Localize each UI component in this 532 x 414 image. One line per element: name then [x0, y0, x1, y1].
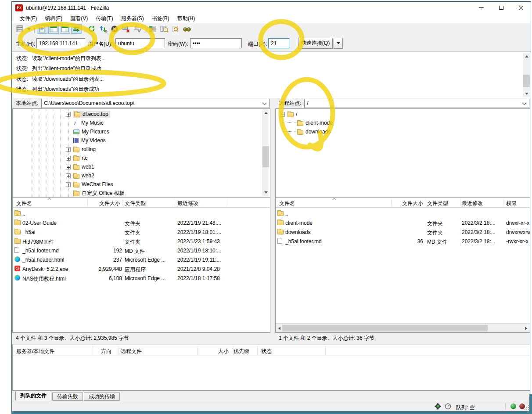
tree-item-root[interactable]: / [280, 110, 297, 119]
reconnect-icon[interactable] [132, 24, 143, 34]
tree-item-client-mode[interactable]: client-mode [297, 119, 333, 127]
collapse-icon[interactable] [280, 112, 285, 117]
file-row[interactable]: AnyDesk+5.2.2.exe2,929,448应用程序2021/12/8 … [13, 264, 270, 274]
column-filename[interactable]: 文件名 [279, 200, 295, 207]
tree-item-my-pictures[interactable]: My Pictures [73, 127, 109, 136]
column-separator[interactable] [460, 198, 460, 206]
column-direction[interactable]: 方向 [101, 348, 111, 355]
file-row-parent[interactable]: .. [276, 209, 530, 218]
file-row[interactable]: _h5ai文件夹2022/1/19 18:01:... [13, 227, 270, 237]
column-separator[interactable] [233, 346, 234, 355]
column-separator[interactable] [228, 198, 228, 206]
tree-item-my-videos[interactable]: My Videos [73, 136, 106, 145]
menu-bookmarks[interactable]: 书签(B) [148, 14, 173, 24]
scrollbar-thumb[interactable] [523, 75, 530, 87]
scroll-down-icon[interactable] [262, 189, 270, 196]
synchronized-browsing-icon[interactable] [170, 24, 181, 34]
column-status[interactable]: 状态 [261, 348, 272, 355]
remote-horizontal-scrollbar[interactable] [276, 323, 530, 332]
column-filetype[interactable]: 文件类型 [125, 200, 146, 207]
file-row[interactable]: downloads文件夹2022/3/2 18:...drwxrwxrwx [276, 227, 530, 237]
directory-comparison-icon[interactable] [159, 24, 169, 34]
menu-transfer[interactable]: 传输(T) [92, 14, 117, 24]
site-manager-dropdown-icon[interactable] [26, 24, 32, 34]
quickconnect-dropdown-button[interactable] [334, 38, 343, 49]
file-row-parent[interactable]: .. [13, 209, 270, 218]
menu-view[interactable]: 查看(V) [66, 14, 92, 24]
column-separator[interactable] [425, 198, 425, 206]
toggle-transfer-queue-icon[interactable] [71, 24, 82, 34]
menu-file[interactable]: 文件(F) [16, 14, 41, 24]
toggle-message-log-icon[interactable] [37, 24, 47, 34]
tree-item-web2[interactable]: web2 [66, 171, 94, 180]
column-separator[interactable] [391, 198, 392, 206]
column-modified[interactable]: 最近修改 [462, 200, 483, 207]
remote-path-combobox[interactable]: / [304, 99, 529, 108]
refresh-icon[interactable] [86, 24, 97, 34]
file-row[interactable]: _h5ai.footer.md192MD 文件2022/1/19 18:10:.… [13, 246, 270, 255]
site-manager-icon[interactable] [14, 24, 25, 34]
file-row[interactable]: Hi3798M固件文件夹2022/1/23 1:59:43 [13, 237, 270, 246]
column-separator[interactable] [325, 346, 326, 355]
toggle-remote-tree-icon[interactable] [60, 24, 70, 34]
settings-gear-icon[interactable] [435, 403, 441, 411]
column-separator[interactable] [174, 198, 174, 206]
file-row[interactable]: client-mode文件夹2022/3/2 18:...drwxr-xr-x [276, 218, 530, 227]
resize-grip[interactable] [528, 409, 529, 410]
tree-item-dl-ecoo-top[interactable]: dl.ecoo.top [66, 110, 110, 119]
toggle-local-tree-icon[interactable] [48, 24, 59, 34]
file-row[interactable]: NAS使用教程.html6,108Microsoft Edge ...2022/… [13, 274, 270, 283]
minimize-button[interactable] [471, 2, 491, 14]
column-priority[interactable]: 优先级 [234, 348, 249, 355]
tree-item-web1[interactable]: web1 [66, 162, 94, 171]
column-separator[interactable] [119, 346, 119, 355]
column-server-local-file[interactable]: 服务器/本地文件 [16, 348, 54, 355]
disconnect-icon[interactable] [121, 24, 131, 34]
tab-queued-files[interactable]: 列队的文件 [15, 391, 51, 401]
quickconnect-button[interactable]: 快速连接(Q) [298, 38, 333, 49]
column-separator[interactable] [93, 346, 93, 355]
filter-icon[interactable] [147, 24, 158, 34]
username-input[interactable] [115, 38, 165, 48]
column-remote-file[interactable]: 远程文件 [121, 348, 142, 355]
scroll-up-icon[interactable] [262, 109, 270, 117]
scroll-down-icon[interactable] [523, 90, 530, 97]
column-separator[interactable] [87, 198, 88, 206]
expand-icon[interactable] [66, 182, 71, 187]
tree-item-custom-office-templates[interactable]: 自定义 Office 模板 [73, 189, 125, 197]
local-tree-scrollbar[interactable] [262, 109, 270, 196]
find-files-icon[interactable] [182, 24, 192, 34]
file-row[interactable]: _h5ai.header.html237Microsoft Edge ...20… [13, 255, 270, 264]
column-filesize[interactable]: 文件大小 [391, 200, 423, 207]
file-row[interactable]: 02-User Guide文件夹2022/1/19 21:48:... [13, 218, 270, 227]
column-filesize[interactable]: 文件大小 [87, 200, 120, 207]
column-separator[interactable] [503, 198, 503, 206]
tab-failed-transfers[interactable]: 传输失败 [52, 392, 83, 401]
maximize-button[interactable] [491, 2, 511, 14]
close-button[interactable] [511, 2, 531, 14]
column-filename[interactable]: 文件名 [16, 200, 32, 207]
column-permissions[interactable]: 权限 [506, 200, 517, 207]
tree-item-wechat-files[interactable]: WeChat Files [66, 180, 113, 189]
column-separator[interactable] [197, 346, 198, 355]
tree-item-rolling[interactable]: rolling [66, 145, 96, 154]
tree-item-my-music[interactable]: My Music [73, 119, 104, 127]
menu-edit[interactable]: 编辑(E) [41, 14, 66, 24]
column-separator[interactable] [122, 198, 122, 206]
password-input[interactable] [190, 38, 242, 48]
scrollbar-thumb[interactable] [282, 325, 488, 331]
column-filetype[interactable]: 文件类型 [427, 200, 448, 207]
scroll-right-icon[interactable] [522, 324, 530, 332]
column-separator[interactable] [257, 346, 258, 355]
process-queue-icon[interactable] [98, 24, 108, 34]
pane-splitter[interactable] [271, 98, 275, 343]
expand-icon[interactable] [66, 147, 71, 152]
column-modified[interactable]: 最近修改 [177, 200, 198, 207]
expand-icon[interactable] [66, 156, 71, 161]
menu-server[interactable]: 服务器(S) [117, 14, 148, 24]
tab-successful-transfers[interactable]: 成功的传输 [84, 392, 120, 401]
speed-limit-icon[interactable] [445, 403, 451, 411]
port-input[interactable] [268, 38, 289, 48]
local-path-combobox[interactable]: C:\Users\ecoo\Documents\dl.ecoo.top\ [41, 99, 270, 108]
tree-item-rtc[interactable]: rtc [66, 154, 87, 162]
